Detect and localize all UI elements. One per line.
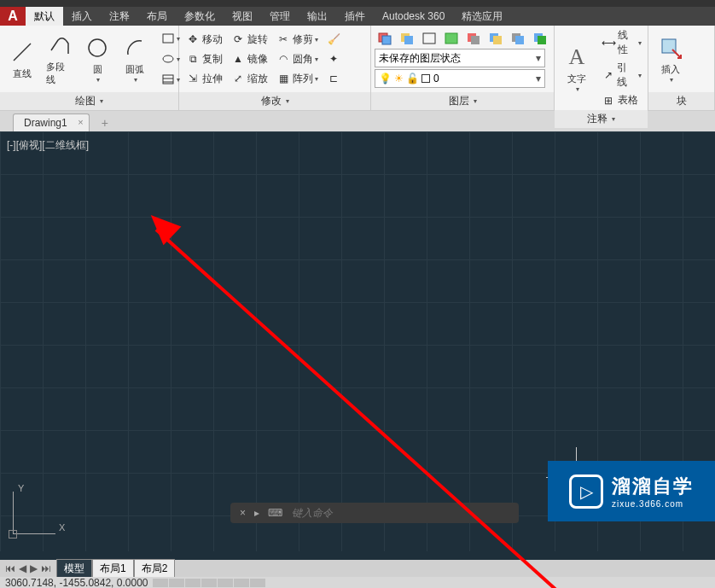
- line-label: 直线: [13, 67, 32, 80]
- viewport-label[interactable]: [-][俯视][二维线框]: [7, 138, 89, 153]
- layer-match-button[interactable]: [485, 30, 506, 47]
- rotate-button[interactable]: ⟳旋转: [228, 31, 271, 49]
- menu-parametric[interactable]: 参数化: [176, 7, 224, 26]
- next-layout-button[interactable]: ▶: [28, 562, 39, 574]
- recent-commands-button[interactable]: ▸: [250, 507, 264, 519]
- trim-button[interactable]: ✂修剪▾: [273, 31, 322, 49]
- status-dyn-button[interactable]: [250, 579, 265, 587]
- move-icon: ✥: [186, 32, 200, 46]
- svg-line-0: [14, 44, 31, 61]
- layout-tab-1[interactable]: 布局1: [92, 559, 134, 578]
- panel-draw-title[interactable]: 绘图▾: [0, 92, 178, 110]
- polyline-button[interactable]: 多段线: [41, 30, 78, 88]
- first-layout-button[interactable]: ⏮: [3, 562, 17, 574]
- insert-block-button[interactable]: 插入 ▾: [652, 32, 689, 85]
- menu-featured[interactable]: 精选应用: [453, 7, 511, 26]
- panel-block-title[interactable]: 块: [648, 92, 714, 110]
- layer-properties-button[interactable]: [375, 30, 395, 47]
- scale-button[interactable]: ⤢缩放: [228, 70, 271, 88]
- circle-button[interactable]: 圆 ▾: [78, 32, 116, 85]
- stretch-button[interactable]: ⇲拉伸: [183, 70, 226, 88]
- status-grid-button[interactable]: [169, 579, 184, 587]
- layer-lock-button[interactable]: [441, 30, 462, 47]
- svg-rect-12: [445, 33, 457, 44]
- layout-tab-2[interactable]: 布局2: [134, 559, 176, 578]
- command-input[interactable]: [287, 507, 514, 519]
- menu-layout[interactable]: 布局: [138, 7, 176, 26]
- svg-point-1: [89, 39, 106, 56]
- last-layout-button[interactable]: ⏭: [39, 562, 53, 574]
- panel-draw: 直线 多段线 圆 ▾ 圆弧 ▾ ▾ ▾ ▾ 绘图▾: [0, 26, 179, 110]
- panel-layers-title[interactable]: 图层▾: [371, 92, 554, 110]
- arc-icon: [121, 34, 148, 61]
- layer-more-button[interactable]: [530, 30, 550, 47]
- svg-point-3: [163, 55, 173, 62]
- fillet-button[interactable]: ◠圆角▾: [273, 50, 322, 68]
- lock-icon: 🔓: [406, 73, 419, 84]
- panel-annotation-title[interactable]: 注释▾: [555, 110, 648, 128]
- status-otrack-button[interactable]: [234, 579, 249, 587]
- explode-button[interactable]: ✦: [323, 50, 346, 68]
- command-bar[interactable]: × ▸ ⌨: [230, 503, 519, 523]
- menu-plugins[interactable]: 插件: [336, 7, 374, 26]
- panel-modify-title[interactable]: 修改▾: [179, 92, 370, 110]
- trim-icon: ✂: [276, 32, 290, 46]
- array-button[interactable]: ▦阵列▾: [273, 70, 322, 88]
- layer-current-text: 0: [433, 73, 439, 84]
- copy-button[interactable]: ⧉复制: [183, 50, 226, 68]
- ribbon: 直线 多段线 圆 ▾ 圆弧 ▾ ▾ ▾ ▾ 绘图▾: [0, 26, 715, 111]
- layer-state-dropdown[interactable]: 未保存的图层状态: [375, 49, 545, 67]
- array-icon: ▦: [276, 72, 290, 85]
- rotate-icon: ⟳: [231, 32, 245, 46]
- menu-output[interactable]: 输出: [299, 7, 336, 26]
- file-tab-drawing1[interactable]: Drawing1 ×: [13, 114, 90, 131]
- app-logo[interactable]: A: [0, 7, 26, 26]
- mirror-button[interactable]: ▲镜像: [228, 50, 271, 68]
- menu-default[interactable]: 默认: [26, 7, 63, 26]
- line-icon: [9, 38, 36, 66]
- layer-previous-button[interactable]: [508, 30, 528, 47]
- line-button[interactable]: 直线: [3, 37, 41, 82]
- status-ortho-button[interactable]: [185, 579, 201, 587]
- color-swatch: [421, 74, 430, 83]
- panel-block: 插入 ▾ 块: [648, 26, 715, 110]
- menu-bar: A 默认 插入 注释 布局 参数化 视图 管理 输出 插件 Autodesk 3…: [0, 7, 715, 26]
- prev-layout-button[interactable]: ◀: [17, 562, 28, 574]
- arc-button[interactable]: 圆弧 ▾: [116, 32, 154, 85]
- chevron-down-icon: ▾: [576, 85, 579, 93]
- status-osnap-button[interactable]: [218, 579, 233, 587]
- layer-freeze-button[interactable]: [419, 30, 439, 47]
- linear-dim-button[interactable]: ⟷线性▾: [599, 27, 644, 58]
- menu-annotate[interactable]: 注释: [101, 7, 138, 26]
- insert-label: 插入: [661, 63, 680, 76]
- explode-icon: ✦: [327, 52, 340, 66]
- svg-rect-2: [163, 34, 173, 43]
- chevron-down-icon: ▾: [134, 76, 137, 84]
- close-icon[interactable]: ×: [235, 507, 250, 519]
- table-button[interactable]: ⊞表格: [599, 92, 644, 108]
- erase-icon: 🧹: [327, 32, 340, 46]
- layer-off-button[interactable]: [397, 30, 417, 47]
- leader-button[interactable]: ↗引线▾: [599, 60, 644, 90]
- layer-iso-button[interactable]: [463, 30, 484, 47]
- menu-a360[interactable]: Autodesk 360: [374, 7, 453, 26]
- offset-button[interactable]: ⊏: [323, 70, 346, 88]
- status-snap-button[interactable]: [153, 579, 168, 587]
- menu-manage[interactable]: 管理: [261, 7, 299, 26]
- status-polar-button[interactable]: [201, 579, 217, 587]
- text-button[interactable]: A 文字 ▾: [558, 42, 596, 95]
- ucs-y-label: Y: [18, 483, 24, 493]
- polyline-icon: [46, 32, 73, 59]
- layout-tab-model[interactable]: 模型: [56, 559, 92, 578]
- layer-current-dropdown[interactable]: 💡 ☀ 🔓 0: [375, 69, 545, 88]
- drawing-canvas[interactable]: [-][俯视][二维线框] Y X ▷ 溜溜自学 zixue.3d66.com …: [0, 131, 715, 551]
- panel-annotation: A 文字 ▾ ⟷线性▾ ↗引线▾ ⊞表格 注释▾: [555, 26, 648, 110]
- new-tab-button[interactable]: +: [96, 114, 113, 131]
- copy-icon: ⧉: [186, 52, 200, 66]
- close-icon[interactable]: ×: [78, 117, 83, 127]
- move-button[interactable]: ✥移动: [183, 31, 226, 49]
- menu-insert[interactable]: 插入: [63, 7, 101, 26]
- stretch-icon: ⇲: [186, 72, 200, 85]
- menu-view[interactable]: 视图: [224, 7, 261, 26]
- erase-button[interactable]: 🧹: [323, 31, 346, 49]
